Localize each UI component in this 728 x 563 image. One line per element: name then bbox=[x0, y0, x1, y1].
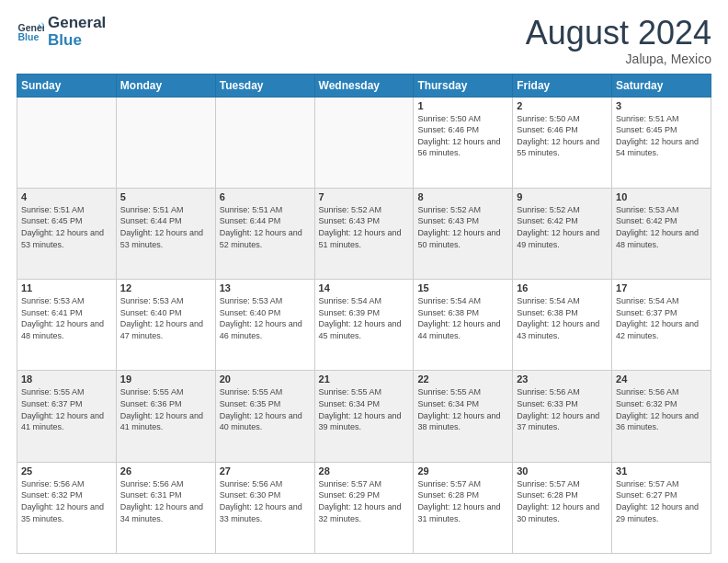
day-number: 28 bbox=[319, 465, 410, 477]
day-cell: 17Sunrise: 5:54 AMSunset: 6:37 PMDayligh… bbox=[612, 280, 711, 371]
day-cell: 31Sunrise: 5:57 AMSunset: 6:27 PMDayligh… bbox=[612, 462, 711, 553]
day-number: 22 bbox=[417, 373, 508, 385]
logo-icon: General Blue bbox=[17, 18, 44, 46]
day-info: Sunrise: 5:53 AMSunset: 6:42 PMDaylight:… bbox=[616, 204, 707, 250]
day-cell: 24Sunrise: 5:56 AMSunset: 6:32 PMDayligh… bbox=[612, 371, 711, 462]
day-cell: 12Sunrise: 5:53 AMSunset: 6:40 PMDayligh… bbox=[116, 280, 215, 371]
day-info: Sunrise: 5:51 AMSunset: 6:45 PMDaylight:… bbox=[21, 204, 112, 250]
day-number: 2 bbox=[517, 100, 608, 111]
day-number: 29 bbox=[417, 465, 508, 477]
calendar-table: SundayMondayTuesdayWednesdayThursdayFrid… bbox=[17, 74, 711, 554]
day-info: Sunrise: 5:55 AMSunset: 6:36 PMDaylight:… bbox=[120, 386, 211, 432]
logo: General Blue General Blue bbox=[17, 15, 106, 49]
day-info: Sunrise: 5:57 AMSunset: 6:28 PMDaylight:… bbox=[517, 478, 608, 524]
weekday-header-sunday: Sunday bbox=[17, 74, 117, 97]
day-info: Sunrise: 5:54 AMSunset: 6:38 PMDaylight:… bbox=[417, 295, 508, 341]
day-info: Sunrise: 5:52 AMSunset: 6:43 PMDaylight:… bbox=[417, 204, 508, 250]
day-cell: 22Sunrise: 5:55 AMSunset: 6:34 PMDayligh… bbox=[414, 371, 513, 462]
day-number: 11 bbox=[21, 282, 112, 293]
day-info: Sunrise: 5:53 AMSunset: 6:40 PMDaylight:… bbox=[120, 295, 211, 341]
day-info: Sunrise: 5:56 AMSunset: 6:31 PMDaylight:… bbox=[120, 478, 211, 524]
day-cell bbox=[215, 97, 314, 188]
day-cell: 18Sunrise: 5:55 AMSunset: 6:37 PMDayligh… bbox=[17, 371, 117, 462]
subtitle: Jalupa, Mexico bbox=[526, 52, 711, 66]
day-info: Sunrise: 5:56 AMSunset: 6:32 PMDaylight:… bbox=[21, 478, 112, 524]
weekday-header-tuesday: Tuesday bbox=[215, 74, 314, 97]
logo-blue: Blue bbox=[48, 32, 106, 50]
day-number: 4 bbox=[21, 191, 112, 202]
day-cell: 3Sunrise: 5:51 AMSunset: 6:45 PMDaylight… bbox=[612, 97, 711, 188]
day-number: 8 bbox=[417, 191, 508, 202]
day-cell: 15Sunrise: 5:54 AMSunset: 6:38 PMDayligh… bbox=[414, 280, 513, 371]
weekday-header-monday: Monday bbox=[116, 74, 215, 97]
day-cell: 25Sunrise: 5:56 AMSunset: 6:32 PMDayligh… bbox=[17, 462, 117, 553]
day-number: 19 bbox=[120, 373, 211, 385]
day-info: Sunrise: 5:52 AMSunset: 6:43 PMDaylight:… bbox=[319, 204, 410, 250]
day-number: 17 bbox=[616, 282, 707, 293]
week-row-5: 25Sunrise: 5:56 AMSunset: 6:32 PMDayligh… bbox=[17, 462, 711, 553]
day-cell: 4Sunrise: 5:51 AMSunset: 6:45 PMDaylight… bbox=[17, 188, 117, 279]
logo-general: General bbox=[48, 15, 106, 32]
week-row-3: 11Sunrise: 5:53 AMSunset: 6:41 PMDayligh… bbox=[17, 280, 711, 371]
day-number: 20 bbox=[220, 373, 311, 385]
day-number: 25 bbox=[21, 465, 112, 477]
day-number: 9 bbox=[517, 191, 608, 202]
day-number: 14 bbox=[319, 282, 410, 293]
day-cell: 29Sunrise: 5:57 AMSunset: 6:28 PMDayligh… bbox=[414, 462, 513, 553]
day-cell bbox=[314, 97, 414, 188]
day-number: 27 bbox=[220, 465, 311, 477]
day-cell: 8Sunrise: 5:52 AMSunset: 6:43 PMDaylight… bbox=[414, 188, 513, 279]
day-info: Sunrise: 5:54 AMSunset: 6:37 PMDaylight:… bbox=[616, 295, 707, 341]
day-info: Sunrise: 5:53 AMSunset: 6:41 PMDaylight:… bbox=[21, 295, 112, 341]
day-number: 1 bbox=[417, 100, 508, 111]
day-info: Sunrise: 5:55 AMSunset: 6:37 PMDaylight:… bbox=[21, 386, 112, 432]
week-row-1: 1Sunrise: 5:50 AMSunset: 6:46 PMDaylight… bbox=[17, 97, 711, 188]
day-info: Sunrise: 5:51 AMSunset: 6:45 PMDaylight:… bbox=[616, 113, 707, 159]
day-number: 7 bbox=[319, 191, 410, 202]
day-info: Sunrise: 5:55 AMSunset: 6:34 PMDaylight:… bbox=[417, 386, 508, 432]
day-info: Sunrise: 5:50 AMSunset: 6:46 PMDaylight:… bbox=[517, 113, 608, 159]
day-cell: 1Sunrise: 5:50 AMSunset: 6:46 PMDaylight… bbox=[414, 97, 513, 188]
day-cell: 7Sunrise: 5:52 AMSunset: 6:43 PMDaylight… bbox=[314, 188, 414, 279]
day-cell: 2Sunrise: 5:50 AMSunset: 6:46 PMDaylight… bbox=[513, 97, 612, 188]
day-cell: 19Sunrise: 5:55 AMSunset: 6:36 PMDayligh… bbox=[116, 371, 215, 462]
day-info: Sunrise: 5:53 AMSunset: 6:40 PMDaylight:… bbox=[220, 295, 311, 341]
day-info: Sunrise: 5:57 AMSunset: 6:27 PMDaylight:… bbox=[616, 478, 707, 524]
day-number: 16 bbox=[517, 282, 608, 293]
svg-text:Blue: Blue bbox=[18, 31, 40, 42]
day-cell: 14Sunrise: 5:54 AMSunset: 6:39 PMDayligh… bbox=[314, 280, 414, 371]
weekday-header-row: SundayMondayTuesdayWednesdayThursdayFrid… bbox=[17, 74, 711, 97]
day-number: 31 bbox=[616, 465, 707, 477]
day-info: Sunrise: 5:52 AMSunset: 6:42 PMDaylight:… bbox=[517, 204, 608, 250]
day-cell: 6Sunrise: 5:51 AMSunset: 6:44 PMDaylight… bbox=[215, 188, 314, 279]
day-cell: 20Sunrise: 5:55 AMSunset: 6:35 PMDayligh… bbox=[215, 371, 314, 462]
week-row-2: 4Sunrise: 5:51 AMSunset: 6:45 PMDaylight… bbox=[17, 188, 711, 279]
day-number: 24 bbox=[616, 373, 707, 385]
day-info: Sunrise: 5:56 AMSunset: 6:32 PMDaylight:… bbox=[616, 386, 707, 432]
day-number: 12 bbox=[120, 282, 211, 293]
day-number: 3 bbox=[616, 100, 707, 111]
day-info: Sunrise: 5:54 AMSunset: 6:38 PMDaylight:… bbox=[517, 295, 608, 341]
day-cell bbox=[116, 97, 215, 188]
day-cell bbox=[17, 97, 117, 188]
header: General Blue General Blue August 2024 Ja… bbox=[17, 15, 711, 66]
day-number: 6 bbox=[220, 191, 311, 202]
day-info: Sunrise: 5:56 AMSunset: 6:33 PMDaylight:… bbox=[517, 386, 608, 432]
day-number: 26 bbox=[120, 465, 211, 477]
day-number: 18 bbox=[21, 373, 112, 385]
day-cell: 13Sunrise: 5:53 AMSunset: 6:40 PMDayligh… bbox=[215, 280, 314, 371]
day-number: 10 bbox=[616, 191, 707, 202]
weekday-header-thursday: Thursday bbox=[414, 74, 513, 97]
day-cell: 26Sunrise: 5:56 AMSunset: 6:31 PMDayligh… bbox=[116, 462, 215, 553]
day-info: Sunrise: 5:50 AMSunset: 6:46 PMDaylight:… bbox=[417, 113, 508, 159]
main-title: August 2024 bbox=[526, 15, 711, 52]
day-cell: 11Sunrise: 5:53 AMSunset: 6:41 PMDayligh… bbox=[17, 280, 117, 371]
day-cell: 9Sunrise: 5:52 AMSunset: 6:42 PMDaylight… bbox=[513, 188, 612, 279]
day-number: 23 bbox=[517, 373, 608, 385]
day-cell: 28Sunrise: 5:57 AMSunset: 6:29 PMDayligh… bbox=[314, 462, 414, 553]
day-info: Sunrise: 5:55 AMSunset: 6:35 PMDaylight:… bbox=[220, 386, 311, 432]
day-info: Sunrise: 5:56 AMSunset: 6:30 PMDaylight:… bbox=[220, 478, 311, 524]
day-number: 15 bbox=[417, 282, 508, 293]
weekday-header-saturday: Saturday bbox=[612, 74, 711, 97]
day-cell: 16Sunrise: 5:54 AMSunset: 6:38 PMDayligh… bbox=[513, 280, 612, 371]
